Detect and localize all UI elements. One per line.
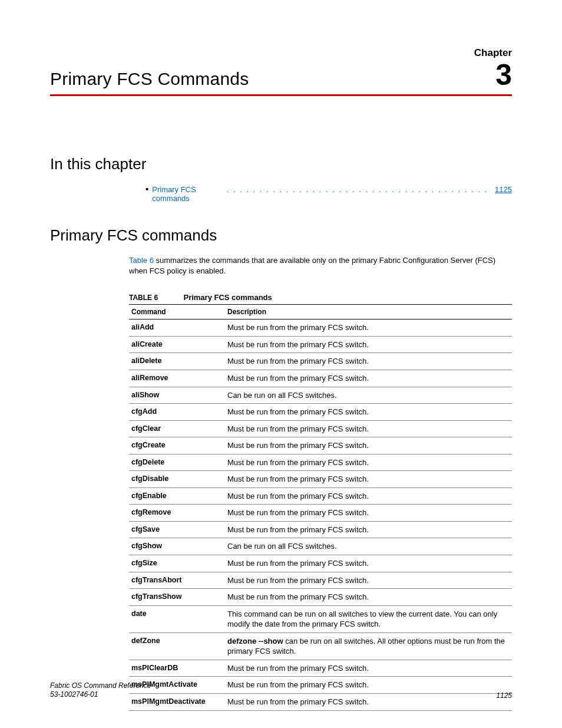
description-cell: Must be run from the primary FCS switch. — [225, 437, 512, 454]
page-footer: Fabric OS Command Reference 53-1002746-0… — [50, 681, 512, 700]
command-cell: cfgDisable — [129, 471, 225, 488]
command-cell: cfgClear — [129, 420, 225, 437]
command-cell: cfgSize — [129, 555, 225, 572]
description-cell: Must be run from the primary FCS switch. — [225, 471, 512, 488]
command-cell: aliDelete — [129, 353, 225, 370]
table-row: cfgCreateMust be run from the primary FC… — [129, 437, 512, 454]
table-row: cfgRemoveMust be run from the primary FC… — [129, 505, 512, 522]
command-cell: aliRemove — [129, 370, 225, 387]
command-cell: cfgTransShow — [129, 589, 225, 606]
table-label: TABLE 6 — [129, 294, 158, 302]
toc-page-link[interactable]: 1125 — [495, 185, 512, 194]
command-cell: cfgShow — [129, 538, 225, 555]
section-primary-fcs-commands: Primary FCS commands — [50, 226, 512, 245]
primary-fcs-commands-table: Command Description aliAddMust be run fr… — [129, 304, 512, 710]
description-cell: Must be run from the primary FCS switch. — [225, 353, 512, 370]
chapter-number: 3 — [495, 60, 512, 90]
table-row: cfgSizeMust be run from the primary FCS … — [129, 555, 512, 572]
table-row: msPlClearDBMust be run from the primary … — [129, 660, 512, 677]
command-cell: msPlClearDB — [129, 660, 225, 677]
command-cell: cfgDelete — [129, 454, 225, 471]
table-row: aliRemoveMust be run from the primary FC… — [129, 370, 512, 387]
footer-page-number: 1125 — [496, 691, 512, 700]
description-cell: Can be run on all FCS switches. — [225, 387, 512, 404]
command-cell: cfgSave — [129, 521, 225, 538]
description-cell: Must be run from the primary FCS switch. — [225, 336, 512, 353]
description-cell: Must be run from the primary FCS switch. — [225, 404, 512, 421]
command-cell: cfgCreate — [129, 437, 225, 454]
table-container: TABLE 6 Primary FCS commands Command Des… — [129, 293, 512, 710]
description-cell: Must be run from the primary FCS switch. — [225, 555, 512, 572]
table-row: cfgClearMust be run from the primary FCS… — [129, 420, 512, 437]
table-caption: TABLE 6 Primary FCS commands — [129, 293, 512, 302]
description-cell: Can be run on all FCS switches. — [225, 538, 512, 555]
table-row: cfgEnableMust be run from the primary FC… — [129, 487, 512, 505]
table-row: dateThis command can be run on all switc… — [129, 605, 512, 633]
description-cell: defzone --show can be run on all switche… — [225, 633, 512, 660]
command-cell: aliShow — [129, 387, 225, 404]
description-cell: Must be run from the primary FCS switch. — [225, 660, 512, 677]
chapter-label: Chapter — [50, 47, 512, 59]
table-header-row: Command Description — [129, 305, 512, 319]
toc-leader-dots: . . . . . . . . . . . . . . . . . . . . … — [227, 185, 488, 194]
description-cell: Must be run from the primary FCS switch. — [225, 487, 512, 505]
description-cell: This command can be run on all switches … — [225, 605, 512, 633]
th-description: Description — [225, 305, 512, 319]
command-cell: cfgAdd — [129, 404, 225, 421]
command-cell: date — [129, 605, 225, 633]
table-row: aliAddMust be run from the primary FCS s… — [129, 319, 512, 337]
table-row: cfgAddMust be run from the primary FCS s… — [129, 404, 512, 421]
description-cell: Must be run from the primary FCS switch. — [225, 454, 512, 471]
description-cell: Must be run from the primary FCS switch. — [225, 521, 512, 538]
footer-left: Fabric OS Command Reference 53-1002746-0… — [50, 681, 151, 700]
intro-text: summarizes the commands that are availab… — [129, 256, 495, 275]
table-reference-link[interactable]: Table 6 — [129, 256, 154, 265]
table-row: aliCreateMust be run from the primary FC… — [129, 336, 512, 353]
footer-doc-title: Fabric OS Command Reference — [50, 681, 151, 691]
description-cell: Must be run from the primary FCS switch. — [225, 572, 512, 589]
chapter-header: Primary FCS Commands 3 — [50, 60, 512, 96]
description-cell: Must be run from the primary FCS switch. — [225, 589, 512, 606]
table-row: cfgTransAbortMust be run from the primar… — [129, 572, 512, 589]
command-cell: aliAdd — [129, 319, 225, 337]
table-row: cfgDisableMust be run from the primary F… — [129, 471, 512, 488]
table-row: cfgSaveMust be run from the primary FCS … — [129, 521, 512, 538]
inline-command: defzone --show — [227, 637, 283, 645]
table-row: aliDeleteMust be run from the primary FC… — [129, 353, 512, 370]
page-title: Primary FCS Commands — [50, 69, 249, 89]
section-in-this-chapter: In this chapter — [50, 155, 512, 173]
table-row: cfgShowCan be run on all FCS switches. — [129, 538, 512, 555]
description-cell: Must be run from the primary FCS switch. — [225, 319, 512, 337]
command-cell: defZone — [129, 633, 225, 660]
bullet-icon: • — [146, 184, 148, 194]
table-row: cfgTransShowMust be run from the primary… — [129, 589, 512, 606]
command-cell: aliCreate — [129, 336, 225, 353]
toc-entry: • Primary FCS commands . . . . . . . . .… — [146, 184, 512, 203]
command-cell: cfgTransAbort — [129, 572, 225, 589]
command-cell: cfgEnable — [129, 487, 225, 505]
description-cell: Must be run from the primary FCS switch. — [225, 370, 512, 387]
command-cell: cfgRemove — [129, 505, 225, 522]
footer-doc-number: 53-1002746-01 — [50, 690, 151, 700]
document-page: Chapter Primary FCS Commands 3 In this c… — [0, 0, 562, 728]
table-row: aliShowCan be run on all FCS switches. — [129, 387, 512, 404]
th-command: Command — [129, 305, 225, 319]
description-cell: Must be run from the primary FCS switch. — [225, 420, 512, 437]
table-row: cfgDeleteMust be run from the primary FC… — [129, 454, 512, 471]
table-caption-text: Primary FCS commands — [183, 293, 272, 302]
toc-link-primary-fcs-commands[interactable]: Primary FCS commands — [152, 185, 224, 203]
intro-paragraph: Table 6 summarizes the commands that are… — [129, 255, 512, 276]
description-cell: Must be run from the primary FCS switch. — [225, 505, 512, 522]
table-row: defZonedefzone --show can be run on all … — [129, 633, 512, 660]
